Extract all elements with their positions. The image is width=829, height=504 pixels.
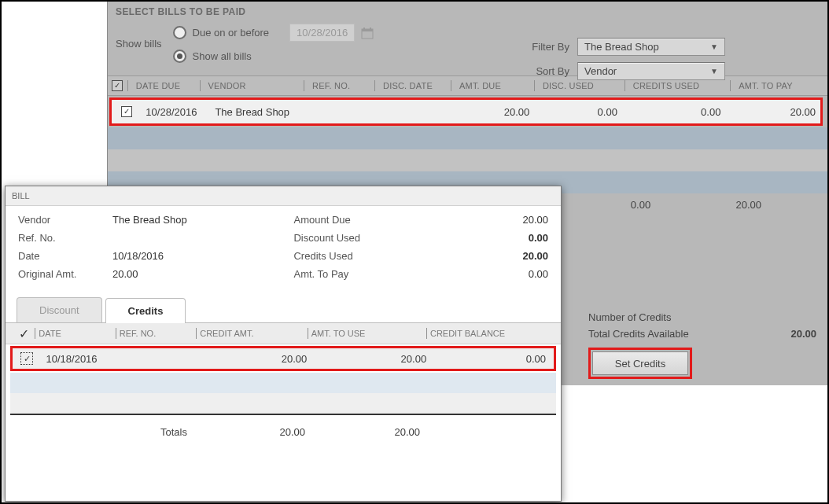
calendar-icon	[361, 27, 374, 39]
cell-credits-used: 0.00	[622, 100, 726, 123]
total-credits-used: 0.00	[626, 199, 731, 211]
col-credit-amt[interactable]: CREDIT AMT.	[200, 329, 308, 338]
set-credits-highlight: Set Credits	[588, 348, 692, 379]
total-amt-to-pay: 20.00	[731, 199, 827, 211]
row-checkbox[interactable]: ✓	[121, 106, 132, 117]
orig-amt-label: Original Amt.	[18, 268, 112, 280]
filter-by-label: Filter By	[522, 41, 569, 53]
filters: Filter By The Bread Shop ▼ Sort By Vendo…	[522, 38, 725, 86]
cell-vendor: The Bread Shop	[210, 100, 312, 123]
cell-date-due: 10/28/2016	[141, 100, 210, 123]
popup-title: BILL	[6, 186, 561, 206]
radio-show-all-bills[interactable]	[173, 50, 186, 63]
credit-row-checkbox[interactable]: ✓	[20, 352, 33, 365]
disc-used-value: 0.00	[529, 232, 548, 244]
date-label: Date	[18, 250, 112, 262]
col-disc-date[interactable]: DISC. DATE	[378, 81, 451, 90]
totals-credit-amt: 20.00	[195, 426, 310, 438]
sort-by-value: Vendor	[584, 65, 617, 77]
orig-amt-value: 20.00	[112, 268, 138, 280]
vendor-value: The Bread Shop	[112, 214, 187, 226]
due-date-input: 10/28/2016	[289, 24, 355, 42]
col-credit-ref[interactable]: REF. NO.	[120, 329, 197, 338]
cell-amt-due: 20.00	[454, 100, 535, 123]
table-row	[108, 149, 827, 171]
radio-all-label: Show all bills	[193, 50, 252, 62]
cred-used-label: Credits Used	[293, 250, 388, 262]
amt-to-pay-value: 0.00	[529, 268, 548, 280]
select-all-checkbox[interactable]: ✓	[112, 80, 123, 91]
amt-due-label: Amount Due	[293, 214, 388, 226]
totals-label: Totals	[10, 426, 195, 438]
svg-rect-3	[370, 28, 371, 30]
bill-detail-popup: BILL VendorThe Bread Shop Ref. No. Date1…	[5, 186, 562, 502]
check-column-icon: ✓	[13, 326, 35, 341]
disc-used-label: Discount Used	[293, 232, 388, 244]
total-credits-value: 20.00	[790, 328, 816, 340]
bill-row-selected[interactable]: ✓ 10/28/2016 The Bread Shop 20.00 0.00 0…	[109, 97, 823, 126]
cell-amt-to-pay: 20.00	[725, 100, 820, 123]
chevron-down-icon: ▼	[710, 67, 718, 75]
section-title: SELECT BILLS TO BE PAID	[108, 2, 827, 20]
credit-bal: 0.00	[431, 353, 551, 365]
col-ref-no[interactable]: REF. NO.	[308, 81, 374, 90]
tab-discount[interactable]: Discount	[17, 297, 102, 322]
chevron-down-icon: ▼	[710, 42, 718, 51]
num-credits-label: Number of Credits	[588, 311, 671, 323]
credit-date: 10/18/2016	[42, 353, 124, 365]
col-credit-balance[interactable]: CREDIT BALANCE	[430, 329, 553, 338]
cell-disc-used: 0.00	[534, 100, 622, 123]
filter-by-value: The Bread Shop	[584, 41, 659, 53]
totals-amt-to-use: 20.00	[310, 426, 425, 438]
radio-due-label: Due on or before	[193, 27, 270, 39]
cell-disc-date	[380, 100, 453, 123]
table-row	[108, 127, 827, 149]
radio-due-on-or-before[interactable]	[173, 26, 186, 39]
set-credits-button[interactable]: Set Credits	[592, 351, 688, 375]
col-credit-date[interactable]: DATE	[39, 329, 116, 338]
table-row	[10, 393, 556, 414]
vendor-label: Vendor	[18, 214, 112, 226]
svg-rect-2	[363, 28, 365, 30]
filter-by-select[interactable]: The Bread Shop ▼	[577, 38, 725, 56]
cred-used-value: 20.00	[522, 250, 548, 262]
credit-use: 20.00	[311, 353, 431, 365]
date-value: 10/18/2016	[112, 250, 164, 262]
show-bills-label: Show bills	[116, 38, 162, 50]
tab-credits[interactable]: Credits	[105, 298, 186, 323]
credit-row[interactable]: ✓ 10/18/2016 20.00 20.00 0.00	[13, 348, 554, 369]
ref-label: Ref. No.	[18, 232, 112, 244]
credit-amt: 20.00	[207, 353, 311, 365]
total-credits-label: Total Credits Available	[588, 328, 689, 340]
sort-by-select[interactable]: Vendor ▼	[577, 62, 725, 80]
col-date-due[interactable]: DATE DUE	[131, 81, 200, 90]
col-amt-to-pay[interactable]: AMT. TO PAY	[734, 81, 827, 90]
credit-row-highlight: ✓ 10/18/2016 20.00 20.00 0.00	[10, 346, 556, 371]
col-vendor[interactable]: VENDOR	[203, 81, 304, 90]
table-row	[10, 373, 556, 393]
sort-by-label: Sort By	[522, 65, 569, 77]
amt-to-pay-label: Amt. To Pay	[293, 268, 388, 280]
credits-summary: Number of Credits Total Credits Availabl…	[588, 311, 816, 379]
amt-due-value: 20.00	[522, 214, 548, 226]
col-amt-to-use[interactable]: AMT. TO USE	[311, 329, 426, 338]
cell-ref	[312, 100, 380, 123]
